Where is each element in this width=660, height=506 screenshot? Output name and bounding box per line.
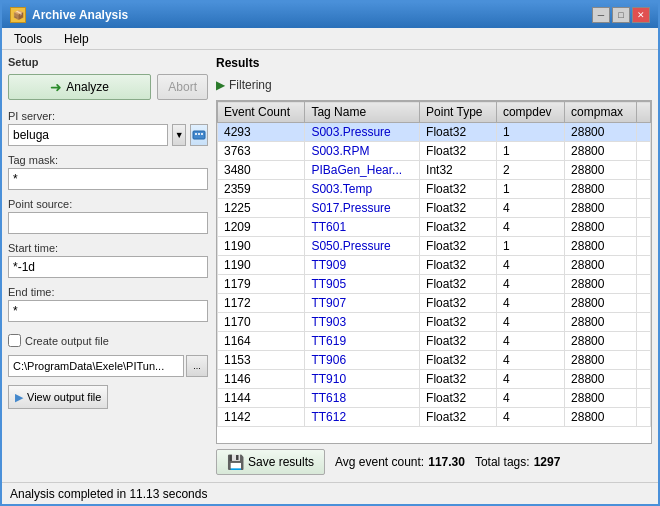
cell-event-count: 1190 xyxy=(218,256,305,275)
status-message: Analysis completed in 11.13 seconds xyxy=(10,487,207,501)
col-event-count[interactable]: Event Count xyxy=(218,102,305,123)
table-row[interactable]: 1153 TT906 Float32 4 28800 xyxy=(218,351,651,370)
cell-compmax: 28800 xyxy=(565,180,637,199)
cell-compdev: 4 xyxy=(496,218,564,237)
window-icon: 📦 xyxy=(10,7,26,23)
avg-event-group: Avg event count: 117.30 xyxy=(335,455,465,469)
cell-point-type: Float32 xyxy=(420,313,497,332)
cell-compdev: 4 xyxy=(496,389,564,408)
analyze-label: Analyze xyxy=(66,80,109,94)
create-output-label: Create output file xyxy=(25,335,109,347)
cell-event-count: 2359 xyxy=(218,180,305,199)
abort-button[interactable]: Abort xyxy=(157,74,208,100)
cell-point-type: Float32 xyxy=(420,180,497,199)
view-output-button[interactable]: ▶ View output file xyxy=(8,385,108,409)
results-table: Event Count Tag Name Point Type compdev … xyxy=(217,101,651,427)
cell-compmax: 28800 xyxy=(565,218,637,237)
cell-event-count: 1225 xyxy=(218,199,305,218)
tag-mask-input[interactable] xyxy=(8,168,208,190)
table-scroll[interactable]: Event Count Tag Name Point Type compdev … xyxy=(217,101,651,443)
results-panel: Results ▶ Filtering Event Count Tag Name… xyxy=(216,56,652,476)
cell-compdev: 1 xyxy=(496,123,564,142)
cell-point-type: Float32 xyxy=(420,123,497,142)
cell-tag-name: TT619 xyxy=(305,332,420,351)
end-time-input[interactable] xyxy=(8,300,208,322)
cell-compdev: 1 xyxy=(496,237,564,256)
cell-tag-name: TT618 xyxy=(305,389,420,408)
cell-tag-name: TT907 xyxy=(305,294,420,313)
cell-extra xyxy=(637,408,651,427)
analyze-arrow-icon: ➜ xyxy=(50,79,62,95)
create-output-checkbox[interactable] xyxy=(8,334,21,347)
cell-compdev: 4 xyxy=(496,256,564,275)
cell-event-count: 1146 xyxy=(218,370,305,389)
cell-compmax: 28800 xyxy=(565,294,637,313)
table-row[interactable]: 1146 TT910 Float32 4 28800 xyxy=(218,370,651,389)
cell-tag-name: PIBaGen_Hear... xyxy=(305,161,420,180)
pi-server-connect-icon[interactable] xyxy=(190,124,208,146)
cell-tag-name: TT910 xyxy=(305,370,420,389)
pi-server-input[interactable] xyxy=(8,124,168,146)
file-path-input[interactable] xyxy=(8,355,184,377)
cell-event-count: 1179 xyxy=(218,275,305,294)
table-row[interactable]: 1142 TT612 Float32 4 28800 xyxy=(218,408,651,427)
pi-server-dropdown-icon[interactable]: ▼ xyxy=(172,124,186,146)
table-row[interactable]: 1164 TT619 Float32 4 28800 xyxy=(218,332,651,351)
table-row[interactable]: 1144 TT618 Float32 4 28800 xyxy=(218,389,651,408)
table-row[interactable]: 1172 TT907 Float32 4 28800 xyxy=(218,294,651,313)
filtering-expand-icon[interactable]: ▶ xyxy=(216,78,225,92)
cell-compmax: 28800 xyxy=(565,256,637,275)
cell-compdev: 4 xyxy=(496,408,564,427)
save-icon: 💾 xyxy=(227,454,244,470)
cell-extra xyxy=(637,199,651,218)
cell-event-count: 4293 xyxy=(218,123,305,142)
setup-label: Setup xyxy=(8,56,208,68)
col-point-type[interactable]: Point Type xyxy=(420,102,497,123)
cell-point-type: Float32 xyxy=(420,389,497,408)
cell-compmax: 28800 xyxy=(565,332,637,351)
cell-event-count: 1164 xyxy=(218,332,305,351)
avg-event-value: 117.30 xyxy=(428,455,465,469)
table-row[interactable]: 3763 S003.RPM Float32 1 28800 xyxy=(218,142,651,161)
pi-server-group: PI server: ▼ xyxy=(8,110,208,146)
cell-point-type: Float32 xyxy=(420,294,497,313)
menu-help[interactable]: Help xyxy=(58,30,95,48)
table-row[interactable]: 1179 TT905 Float32 4 28800 xyxy=(218,275,651,294)
table-row[interactable]: 1225 S017.Pressure Float32 4 28800 xyxy=(218,199,651,218)
cell-compdev: 1 xyxy=(496,180,564,199)
table-row[interactable]: 1190 S050.Pressure Float32 1 28800 xyxy=(218,237,651,256)
start-time-input[interactable] xyxy=(8,256,208,278)
table-row[interactable]: 2359 S003.Temp Float32 1 28800 xyxy=(218,180,651,199)
col-compdev[interactable]: compdev xyxy=(496,102,564,123)
cell-extra xyxy=(637,275,651,294)
filtering-label: Filtering xyxy=(229,78,272,92)
table-row[interactable]: 4293 S003.Pressure Float32 1 28800 xyxy=(218,123,651,142)
cell-compmax: 28800 xyxy=(565,389,637,408)
svg-rect-1 xyxy=(195,133,197,135)
cell-extra xyxy=(637,218,651,237)
save-results-button[interactable]: 💾 Save results xyxy=(216,449,325,475)
main-content: Setup ➜ Analyze Abort PI server: ▼ xyxy=(2,50,658,482)
menu-tools[interactable]: Tools xyxy=(8,30,48,48)
cell-event-count: 3763 xyxy=(218,142,305,161)
table-row[interactable]: 1190 TT909 Float32 4 28800 xyxy=(218,256,651,275)
cell-compdev: 1 xyxy=(496,142,564,161)
point-source-input[interactable] xyxy=(8,212,208,234)
col-compmax[interactable]: compmax xyxy=(565,102,637,123)
cell-tag-name: TT909 xyxy=(305,256,420,275)
cell-compdev: 4 xyxy=(496,275,564,294)
close-button[interactable]: ✕ xyxy=(632,7,650,23)
cell-point-type: Float32 xyxy=(420,351,497,370)
table-row[interactable]: 3480 PIBaGen_Hear... Int32 2 28800 xyxy=(218,161,651,180)
table-row[interactable]: 1209 TT601 Float32 4 28800 xyxy=(218,218,651,237)
total-tags-label: Total tags: xyxy=(475,455,530,469)
maximize-button[interactable]: □ xyxy=(612,7,630,23)
browse-button[interactable]: ... xyxy=(186,355,208,377)
cell-tag-name: S003.RPM xyxy=(305,142,420,161)
col-tag-name[interactable]: Tag Name xyxy=(305,102,420,123)
view-output-icon: ▶ xyxy=(15,391,23,404)
minimize-button[interactable]: ─ xyxy=(592,7,610,23)
table-row[interactable]: 1170 TT903 Float32 4 28800 xyxy=(218,313,651,332)
analyze-button[interactable]: ➜ Analyze xyxy=(8,74,151,100)
cell-point-type: Float32 xyxy=(420,256,497,275)
